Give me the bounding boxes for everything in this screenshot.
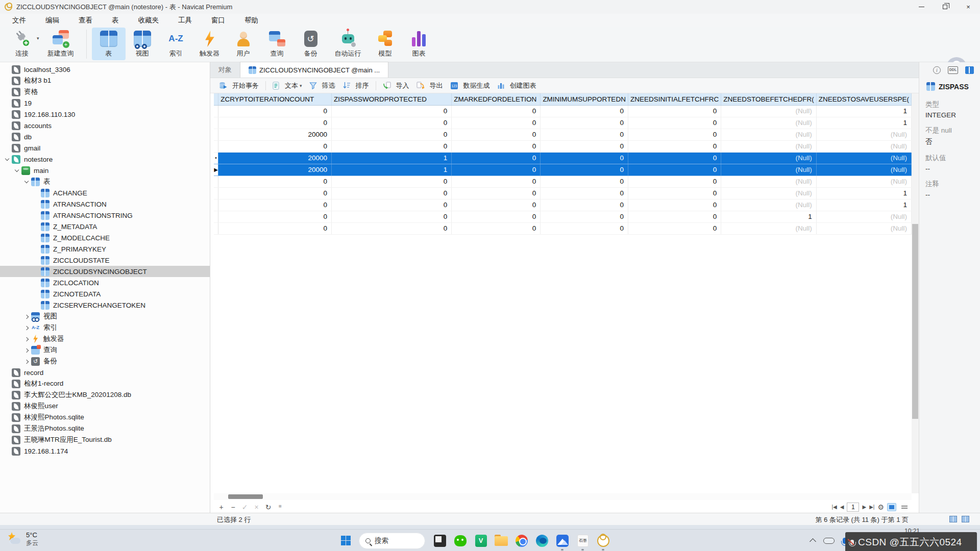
chevron-down-icon[interactable] <box>3 156 11 163</box>
grid-cell[interactable]: 0 <box>452 105 541 117</box>
grid-cell[interactable]: 20000 <box>218 152 332 164</box>
grid-cell[interactable]: 1 <box>331 164 451 176</box>
grid-cell[interactable]: 0 <box>628 129 721 140</box>
chrome-icon[interactable] <box>511 531 532 551</box>
tree-item-林浚熙Photos.sqlite[interactable]: 林浚熙Photos.sqlite <box>0 412 210 423</box>
grid-cell[interactable]: (Null) <box>721 176 817 187</box>
grid-cell[interactable]: 0 <box>541 199 628 211</box>
grid-cell[interactable]: 0 <box>331 140 451 152</box>
grid-cell[interactable]: 0 <box>541 140 628 152</box>
grid-cell[interactable]: (Null) <box>816 129 911 140</box>
tree-item-检材1-record[interactable]: 检材1-record <box>0 378 210 389</box>
weather-widget[interactable]: 5°C 多云 <box>7 531 38 547</box>
grid-cell[interactable]: 0 <box>452 176 541 187</box>
grid-cell[interactable]: 0 <box>218 117 332 129</box>
grid-cell[interactable]: 0 <box>628 211 721 222</box>
tray-chevron-up-icon[interactable] <box>810 538 816 545</box>
tree-item-main[interactable]: main <box>0 165 210 176</box>
tree-item-Z_METADATA[interactable]: Z_METADATA <box>0 221 210 232</box>
table-toolbar-导出[interactable]: 导出 <box>413 80 447 92</box>
tree-item-Z_PRIMARYKEY[interactable]: Z_PRIMARYKEY <box>0 243 210 255</box>
chevron-right-icon[interactable] <box>22 324 30 332</box>
grid-cell[interactable]: 0 <box>628 105 721 117</box>
grid-cell[interactable]: 0 <box>218 211 332 222</box>
grid-view-toggle[interactable] <box>887 503 896 511</box>
delete-record-icon[interactable]: − <box>227 503 239 511</box>
tree-item-localhost_3306[interactable]: localhost_3306 <box>0 64 210 75</box>
tree-item-视图[interactable]: 视图 <box>0 311 210 322</box>
grid-cell[interactable]: 1 <box>816 117 911 129</box>
grid-cell[interactable]: 0 <box>541 152 628 164</box>
tree-item-检材3 b1[interactable]: 检材3 b1 <box>0 75 210 86</box>
tree-item-查询[interactable]: 查询 <box>0 344 210 356</box>
tree-item-ZICCLOUDSTATE[interactable]: ZICCLOUDSTATE <box>0 255 210 266</box>
grid-cell[interactable]: 0 <box>452 187 541 199</box>
tree-item-触发器[interactable]: 触发器 <box>0 333 210 344</box>
connection-dropdown-caret[interactable]: ▾ <box>37 36 39 41</box>
tree-item-ATRANSACTION[interactable]: ATRANSACTION <box>0 198 210 210</box>
grid-cell[interactable]: 1 <box>721 211 817 222</box>
grid-cell[interactable]: (Null) <box>816 222 911 234</box>
toolbar-button-图表[interactable]: 图表 <box>402 28 436 60</box>
grid-cell[interactable]: (Null) <box>721 164 817 176</box>
grid-cell[interactable]: 0 <box>452 199 541 211</box>
grid-cell[interactable]: 1 <box>816 105 911 117</box>
tree-item-王晓琳MTR应用E_Tourist.db[interactable]: 王晓琳MTR应用E_Tourist.db <box>0 434 210 445</box>
grid-cell[interactable]: 0 <box>541 129 628 140</box>
onedrive-cloud-icon[interactable] <box>823 538 835 544</box>
tree-item-林俊熙user[interactable]: 林俊熙user <box>0 400 210 412</box>
grid-cell[interactable]: 20000 <box>218 164 332 176</box>
grid-cell[interactable]: 0 <box>331 117 451 129</box>
grid-cell[interactable]: (Null) <box>721 129 817 140</box>
tree-item-ZICCLOUDSYNCINGOBJECT[interactable]: ZICCLOUDSYNCINGOBJECT <box>0 266 210 277</box>
grid-cell[interactable]: 0 <box>331 187 451 199</box>
grid-cell[interactable]: 0 <box>218 176 332 187</box>
horizontal-scrollbar[interactable] <box>214 493 912 500</box>
chevron-right-icon[interactable] <box>22 358 30 365</box>
tab-对象[interactable]: 对象 <box>210 62 240 78</box>
blue-m-app-icon[interactable] <box>552 531 573 551</box>
tree-item-李大辉公交巴士KMB_20201208.db[interactable]: 李大辉公交巴士KMB_20201208.db <box>0 389 210 400</box>
grid-cell[interactable]: 0 <box>331 176 451 187</box>
restore-button[interactable] <box>933 0 957 14</box>
grid-cell[interactable]: 0 <box>628 140 721 152</box>
tree-item-accounts[interactable]: accounts <box>0 120 210 131</box>
column-header-ZMARKEDFORDELETION[interactable]: ZMARKEDFORDELETION <box>452 93 541 105</box>
grid-cell[interactable]: 0 <box>331 199 451 211</box>
toolbar-button-新建查询[interactable]: +新建查询 <box>40 28 81 60</box>
file-explorer-icon[interactable] <box>491 531 511 551</box>
table-toolbar-开始事务[interactable]: 开始事务 <box>215 80 262 92</box>
menu-item-工具[interactable]: 工具 <box>171 14 199 27</box>
grid-cell[interactable]: 1 <box>816 199 911 211</box>
grid-cell[interactable]: (Null) <box>721 199 817 211</box>
add-record-icon[interactable]: + <box>215 503 227 511</box>
tree-item-ZICNOTEDATA[interactable]: ZICNOTEDATA <box>0 288 210 299</box>
tree-item-Z_MODELCACHE[interactable]: Z_MODELCACHE <box>0 232 210 243</box>
tab-ZICCLOUDSYNCINGOBJECT @main ...[interactable]: ZICCLOUDSYNCINGOBJECT @main ... <box>240 62 388 78</box>
first-page-icon[interactable]: |◀ <box>831 504 837 510</box>
form-view-toggle[interactable] <box>899 503 909 511</box>
table-toolbar-排序[interactable]: 排序 <box>339 80 373 92</box>
ddl-tab-icon[interactable]: DDL <box>948 66 958 74</box>
column-header-ZNEEDSTOBEFETCHEDFR([interactable]: ZNEEDSTOBEFETCHEDFR( <box>721 93 817 105</box>
tree-item-表[interactable]: 表 <box>0 176 210 187</box>
grid-cell[interactable]: 0 <box>541 187 628 199</box>
column-header-ZISPASSWORDPROTECTED[interactable]: ZISPASSWORDPROTECTED <box>331 93 451 105</box>
toolbar-button-表[interactable]: 表 <box>92 28 126 60</box>
photos-app-icon[interactable] <box>430 531 450 551</box>
grid-cell[interactable]: 1 <box>816 187 911 199</box>
table-toolbar-筛选[interactable]: 筛选 <box>306 80 339 92</box>
chevron-right-icon[interactable] <box>22 313 30 320</box>
menu-item-编辑[interactable]: 编辑 <box>38 14 66 27</box>
last-page-icon[interactable]: ▶| <box>869 504 874 510</box>
chevron-right-icon[interactable] <box>22 346 30 354</box>
grid-cell[interactable]: 0 <box>452 140 541 152</box>
grid-cell[interactable]: (Null) <box>816 176 911 187</box>
grid-cell[interactable]: 0 <box>218 140 332 152</box>
table-toolbar-导入[interactable]: 导入 <box>379 80 413 92</box>
toolbar-button-索引[interactable]: A-Z索引 <box>159 28 193 60</box>
toolbar-button-备份[interactable]: ↺备份 <box>294 28 328 60</box>
column-header-ZNEEDSINITIALFETCHFRC[interactable]: ZNEEDSINITIALFETCHFRC <box>628 93 721 105</box>
tree-item-19[interactable]: 19 <box>0 97 210 109</box>
toolbar-button-模型[interactable]: 模型 <box>369 28 402 60</box>
